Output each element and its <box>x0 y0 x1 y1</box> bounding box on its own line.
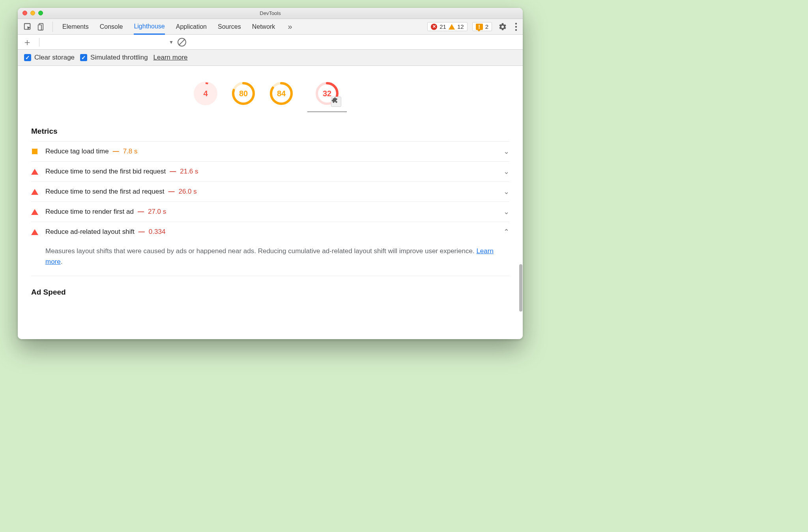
metric-value: 0.334 <box>149 228 166 236</box>
metrics-list: Reduce tag load time — 7.8 s ⌄ Reduce ti… <box>31 141 509 276</box>
metric-value: 26.0 s <box>178 188 196 196</box>
triangle-icon <box>31 169 38 175</box>
window-minimize-button[interactable] <box>30 11 35 15</box>
error-count: 21 <box>440 23 446 30</box>
chevron-down-icon: ⌄ <box>503 187 509 196</box>
metric-name: Reduce time to send the first ad request <box>45 188 164 196</box>
device-toolbar-icon[interactable] <box>36 21 47 33</box>
metric-name: Reduce time to send the first bid reques… <box>45 168 166 175</box>
score-gauges: 4 80 84 32 <box>18 66 523 120</box>
new-report-button[interactable]: ＋ <box>22 36 32 49</box>
score-gauge[interactable]: 4 <box>194 82 217 105</box>
metric-value: 27.0 s <box>148 208 166 216</box>
clear-storage-label: Clear storage <box>34 54 75 62</box>
more-options-icon[interactable] <box>513 21 519 33</box>
metric-row[interactable]: Reduce ad-related layout shift — 0.334 ⌃ <box>31 222 509 242</box>
simulated-throttling-checkbox[interactable]: ✓ Simulated throttling <box>80 54 148 62</box>
chevron-down-icon: ⌄ <box>503 167 509 176</box>
tabs-right: ✕ 21 12 ! 2 <box>427 21 519 33</box>
inspect-icon[interactable] <box>22 21 34 33</box>
metric-description: Measures layout shifts that were caused … <box>31 242 509 276</box>
scrollbar-thumb[interactable] <box>519 264 522 312</box>
metric-value: 21.6 s <box>180 168 198 175</box>
dash: — <box>138 208 144 215</box>
options-bar: ✓ Clear storage ✓ Simulated throttling L… <box>18 50 523 66</box>
learn-more-link[interactable]: Learn more <box>45 247 494 265</box>
chevron-down-icon: ⌄ <box>503 207 509 216</box>
warning-icon <box>449 24 455 30</box>
report-dropdown[interactable]: ▼ <box>169 39 174 45</box>
gauge-underline <box>307 112 347 112</box>
triangle-icon <box>31 229 38 235</box>
devtools-window: DevTools Elements Console Lighthouse App… <box>18 8 523 339</box>
more-tabs-icon[interactable]: » <box>286 19 294 34</box>
square-icon <box>32 149 37 154</box>
chevron-up-icon: ⌃ <box>503 228 509 236</box>
sub-toolbar: ＋ ▼ <box>18 35 523 50</box>
score-gauge[interactable]: 80 <box>232 82 255 105</box>
issues-icon: ! <box>476 24 483 30</box>
report-content[interactable]: 4 80 84 32 Metrics Reduce tag load time … <box>18 66 523 339</box>
tab-application[interactable]: Application <box>176 19 207 34</box>
tabs-bar: Elements Console Lighthouse Application … <box>18 19 523 35</box>
score-gauge[interactable]: 32 <box>315 82 339 105</box>
dash: — <box>168 188 174 195</box>
metric-name: Reduce time to render first ad <box>45 208 134 216</box>
metric-row[interactable]: Reduce time to send the first bid reques… <box>31 161 509 181</box>
score-gauge[interactable]: 84 <box>269 82 293 105</box>
metric-row[interactable]: Reduce time to render first ad — 27.0 s … <box>31 202 509 222</box>
metric-name: Reduce ad-related layout shift <box>45 228 135 236</box>
svg-point-4 <box>515 26 517 27</box>
tab-elements[interactable]: Elements <box>62 19 89 34</box>
tab-console[interactable]: Console <box>100 19 123 34</box>
metrics-title: Metrics <box>31 127 509 136</box>
plugin-icon <box>331 97 341 107</box>
ad-speed-title: Ad Speed <box>18 278 523 299</box>
clear-icon[interactable] <box>178 38 186 47</box>
learn-more-link[interactable]: Learn more <box>153 54 188 62</box>
checkbox-icon: ✓ <box>80 54 87 61</box>
svg-rect-2 <box>38 25 41 30</box>
metric-name: Reduce tag load time <box>45 147 109 155</box>
metrics-section: Metrics Reduce tag load time — 7.8 s ⌄ R… <box>18 120 523 278</box>
tab-network[interactable]: Network <box>252 19 275 34</box>
checkbox-icon: ✓ <box>24 54 31 61</box>
simulated-throttling-label: Simulated throttling <box>90 54 148 62</box>
svg-point-3 <box>515 22 517 24</box>
error-icon: ✕ <box>431 24 437 30</box>
triangle-icon <box>31 189 38 195</box>
titlebar: DevTools <box>18 8 523 19</box>
window-title: DevTools <box>260 10 281 16</box>
issues-badge[interactable]: ! 2 <box>472 22 492 31</box>
errors-warnings-badge[interactable]: ✕ 21 12 <box>427 22 467 31</box>
metric-row[interactable]: Reduce tag load time — 7.8 s ⌄ <box>31 141 509 161</box>
metric-value: 7.8 s <box>123 147 138 155</box>
divider <box>52 22 53 32</box>
settings-icon[interactable] <box>497 21 509 33</box>
svg-rect-0 <box>24 23 30 29</box>
window-zoom-button[interactable] <box>38 11 43 15</box>
dash: — <box>113 148 119 155</box>
dash: — <box>138 228 145 235</box>
window-close-button[interactable] <box>22 11 27 15</box>
traffic-lights <box>22 11 43 15</box>
tab-lighthouse[interactable]: Lighthouse <box>134 19 165 35</box>
metric-row[interactable]: Reduce time to send the first ad request… <box>31 181 509 202</box>
triangle-icon <box>31 209 38 215</box>
clear-storage-checkbox[interactable]: ✓ Clear storage <box>24 54 75 62</box>
tabs: Elements Console Lighthouse Application … <box>62 19 294 34</box>
tab-sources[interactable]: Sources <box>218 19 241 34</box>
warning-count: 12 <box>457 23 464 30</box>
svg-point-5 <box>515 29 517 30</box>
chevron-down-icon: ⌄ <box>503 147 509 156</box>
issues-count: 2 <box>485 23 488 30</box>
divider <box>39 38 39 47</box>
dash: — <box>170 168 176 175</box>
